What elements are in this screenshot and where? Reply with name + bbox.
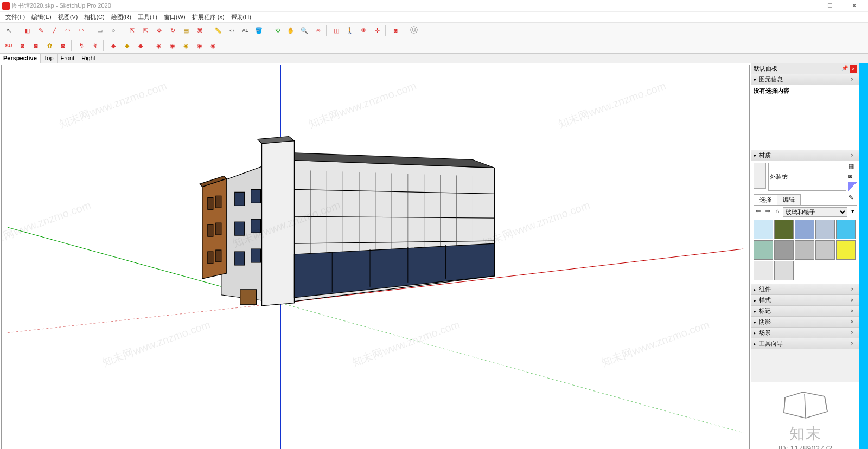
material-name-input[interactable] <box>768 163 846 191</box>
followme-tool-icon[interactable]: ⇱ <box>139 24 152 37</box>
material-swatch[interactable] <box>836 220 856 239</box>
offset-tool-icon[interactable]: ⌘ <box>193 24 206 37</box>
nav-back-icon[interactable]: ⇦ <box>754 208 762 216</box>
material-cube-icon[interactable]: ◙ <box>848 172 857 181</box>
tape-tool-icon[interactable]: 📏 <box>212 24 225 37</box>
menu-camera[interactable]: 相机(C) <box>81 12 107 22</box>
menu-draw[interactable]: 绘图(R) <box>108 12 135 22</box>
freehand-tool-icon[interactable]: ╱ <box>48 24 61 37</box>
material-library-select[interactable]: 玻璃和镜子 <box>783 207 847 217</box>
pin-icon[interactable]: 📌 <box>841 65 848 73</box>
text-tool-icon[interactable]: A1 <box>239 24 252 37</box>
material-swatch[interactable] <box>774 220 794 239</box>
nav-home-icon[interactable]: ⌂ <box>773 208 782 216</box>
menu-file[interactable]: 文件(F) <box>2 12 28 22</box>
plugin-tool-6-icon[interactable]: ↯ <box>88 39 101 52</box>
line-tool-icon[interactable]: ✎ <box>34 24 47 37</box>
plugin-tool-2-icon[interactable]: ◙ <box>29 39 42 52</box>
menu-edit[interactable]: 编辑(E) <box>28 12 55 22</box>
su-plugin-icon[interactable]: SU <box>2 39 15 52</box>
panel-close-icon[interactable]: × <box>851 297 857 303</box>
plugin-tool-8-icon[interactable]: ◆ <box>120 39 133 52</box>
tab-front[interactable]: Front <box>58 54 79 63</box>
default-material-icon[interactable] <box>848 182 857 191</box>
circle-tool-icon[interactable]: ○ <box>107 24 120 37</box>
menu-window[interactable]: 窗口(W) <box>161 12 189 22</box>
tab-perspective[interactable]: Perspective <box>0 54 41 63</box>
material-swatch[interactable] <box>795 220 814 239</box>
materials-select-tab[interactable]: 选择 <box>754 194 777 205</box>
walk-tool-icon[interactable]: 🚶 <box>343 24 356 37</box>
menu-view[interactable]: 视图(V) <box>55 12 81 22</box>
viewport[interactable]: 知未网www.znzmo.com 知未网www.znzmo.com 知未网www… <box>1 65 750 449</box>
plugin-tool-7-icon[interactable]: ◆ <box>107 39 120 52</box>
panel-close-icon[interactable]: × <box>851 152 857 158</box>
material-swatch[interactable] <box>754 240 773 260</box>
create-material-icon[interactable]: ▦ <box>848 163 857 171</box>
section-tool-icon[interactable]: ◫ <box>330 24 343 37</box>
panel-header-标记[interactable]: ▸标记× <box>751 306 859 316</box>
plugin-tool-13-icon[interactable]: ◉ <box>193 39 206 52</box>
menu-tools[interactable]: 工具(T) <box>135 12 161 22</box>
close-button[interactable]: ✕ <box>842 0 866 12</box>
move-tool-icon[interactable]: ✥ <box>152 24 165 37</box>
user-icon[interactable]: ⓤ <box>407 24 420 37</box>
panel-header-阴影[interactable]: ▸阴影× <box>751 317 859 327</box>
material-swatch[interactable] <box>754 261 773 280</box>
tab-right[interactable]: Right <box>78 54 99 63</box>
panel-close-icon[interactable]: × <box>851 308 857 314</box>
plugin-tool-1-icon[interactable]: ◙ <box>16 39 29 52</box>
maximize-button[interactable]: ☐ <box>818 0 842 12</box>
zoom-extents-icon[interactable]: ✳ <box>311 24 324 37</box>
material-swatch[interactable] <box>836 240 856 260</box>
nav-forward-icon[interactable]: ⇨ <box>763 208 772 216</box>
panel-close-icon[interactable]: × <box>851 319 857 325</box>
look-tool-icon[interactable]: 👁 <box>357 24 370 37</box>
menu-extensions[interactable]: 扩展程序 (x) <box>189 12 228 22</box>
panel-materials-header[interactable]: ▾ 材质 × <box>751 150 859 161</box>
material-swatch[interactable] <box>815 220 835 239</box>
rectangle-tool-icon[interactable]: ▭ <box>93 24 106 37</box>
orbit-tool-icon[interactable]: ⟲ <box>271 24 284 37</box>
sample-paint-icon[interactable]: ✎ <box>848 194 857 203</box>
material-swatch[interactable] <box>795 240 814 260</box>
plugin-tool-5-icon[interactable]: ↯ <box>75 39 88 52</box>
plugin-tool-10-icon[interactable]: ◉ <box>152 39 165 52</box>
dimension-tool-icon[interactable]: ⇔ <box>225 24 238 37</box>
pan-tool-icon[interactable]: ✋ <box>284 24 297 37</box>
pushpull-tool-icon[interactable]: ⇱ <box>125 24 138 37</box>
select-tool-icon[interactable]: ↖ <box>2 24 15 37</box>
plugin-tool-14-icon[interactable]: ◉ <box>207 39 220 52</box>
plugin-tool-12-icon[interactable]: ◉ <box>180 39 193 52</box>
zoom-tool-icon[interactable]: 🔍 <box>298 24 311 37</box>
material-swatch[interactable] <box>815 240 835 260</box>
panel-header-样式[interactable]: ▸样式× <box>751 295 859 305</box>
plugin-tool-4-icon[interactable]: ◙ <box>56 39 69 52</box>
material-swatch[interactable] <box>774 240 794 260</box>
scale-tool-icon[interactable]: ▤ <box>180 24 193 37</box>
minimize-button[interactable]: — <box>794 0 818 12</box>
material-swatch[interactable] <box>754 220 773 239</box>
panel-close-icon[interactable]: × <box>851 76 857 82</box>
menu-help[interactable]: 帮助(H) <box>228 12 254 22</box>
plugin-tool-3-icon[interactable]: ✿ <box>43 39 56 52</box>
panel-close-icon[interactable]: × <box>851 286 857 292</box>
arc2-tool-icon[interactable]: ◠ <box>75 24 88 37</box>
tab-top[interactable]: Top <box>41 54 58 63</box>
paint-tool-icon[interactable]: 🪣 <box>252 24 265 37</box>
panel-header-场景[interactable]: ▸场景× <box>751 328 859 338</box>
panel-entity-info-header[interactable]: ▾ 图元信息 × <box>751 74 859 85</box>
panel-close-icon[interactable]: × <box>851 330 857 336</box>
panel-close-icon[interactable]: × <box>851 341 857 347</box>
plugin-tool-9-icon[interactable]: ◆ <box>134 39 147 52</box>
plugin-tool-11-icon[interactable]: ◉ <box>166 39 179 52</box>
rotate-tool-icon[interactable]: ↻ <box>166 24 179 37</box>
panel-header-工具向导[interactable]: ▸工具向导× <box>751 338 859 349</box>
eraser-tool-icon[interactable]: ◧ <box>21 24 34 37</box>
material-swatch[interactable] <box>774 261 794 280</box>
material-preview[interactable] <box>754 163 766 189</box>
warehouse-icon[interactable]: ◙ <box>389 24 402 37</box>
materials-edit-tab[interactable]: 编辑 <box>777 194 801 205</box>
library-menu-icon[interactable]: ▾ <box>848 208 857 216</box>
tray-header[interactable]: 默认面板 📌 × <box>751 63 859 74</box>
